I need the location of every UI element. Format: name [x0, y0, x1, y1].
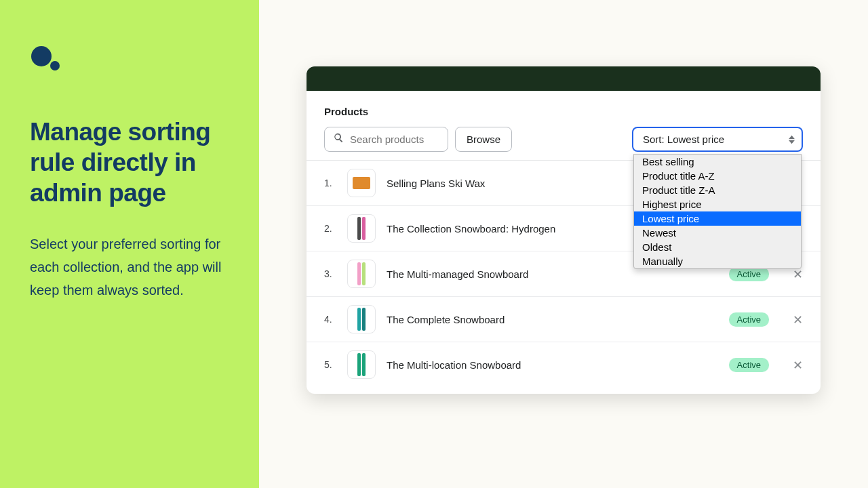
- app-logo: [30, 46, 64, 73]
- row-index: 1.: [324, 178, 336, 188]
- chevron-updown-icon: [789, 135, 795, 144]
- sort-select[interactable]: Sort: Lowest price Best sellingProduct t…: [632, 127, 803, 152]
- headline: Manage sorting rule directly in admin pa…: [30, 117, 229, 208]
- row-index: 4.: [324, 314, 336, 325]
- product-thumb: [347, 214, 376, 243]
- remove-button[interactable]: [792, 268, 803, 279]
- row-index: 2.: [324, 223, 336, 234]
- search-input[interactable]: [350, 134, 439, 145]
- sort-option[interactable]: Newest: [634, 226, 801, 240]
- table-row[interactable]: 5.The Multi-location SnowboardActive: [307, 342, 821, 387]
- sort-option[interactable]: Product title A-Z: [634, 169, 801, 183]
- marketing-sidebar: Manage sorting rule directly in admin pa…: [0, 0, 259, 488]
- product-thumb: [347, 169, 376, 197]
- section-title: Products: [324, 106, 803, 117]
- sort-option[interactable]: Best selling: [634, 155, 801, 169]
- product-thumb: [347, 305, 376, 333]
- sort-option[interactable]: Lowest price: [634, 211, 801, 226]
- toolbar: Browse Sort: Lowest price Best sellingPr…: [324, 127, 803, 152]
- remove-button[interactable]: [792, 359, 803, 370]
- table-row[interactable]: 4.The Complete SnowboardActive: [307, 297, 821, 342]
- row-index: 3.: [324, 268, 336, 279]
- search-input-wrap[interactable]: [324, 127, 448, 152]
- product-name: The Complete Snowboard: [387, 314, 718, 325]
- product-thumb: [347, 350, 376, 379]
- status-badge: Active: [729, 358, 769, 372]
- remove-button[interactable]: [792, 314, 803, 325]
- sort-option[interactable]: Manually: [634, 254, 801, 268]
- product-thumb: [347, 260, 376, 288]
- admin-window: Products Browse Sort: Lowest price: [307, 66, 821, 394]
- sort-option[interactable]: Oldest: [634, 240, 801, 254]
- screenshot-area: Products Browse Sort: Lowest price: [259, 0, 868, 488]
- status-badge: Active: [729, 312, 769, 327]
- product-name: The Multi-managed Snowboard: [387, 268, 718, 280]
- product-name: The Multi-location Snowboard: [387, 359, 718, 371]
- row-index: 5.: [324, 359, 336, 370]
- search-icon: [333, 132, 344, 146]
- sort-dropdown: Best sellingProduct title A-ZProduct tit…: [633, 154, 802, 269]
- sort-select-label: Sort: Lowest price: [643, 134, 724, 145]
- sort-option[interactable]: Highest price: [634, 197, 801, 211]
- browse-button[interactable]: Browse: [455, 127, 512, 152]
- window-titlebar: [307, 66, 821, 91]
- subtext: Select your preferred sorting for each c…: [30, 232, 229, 302]
- sort-option[interactable]: Product title Z-A: [634, 183, 801, 197]
